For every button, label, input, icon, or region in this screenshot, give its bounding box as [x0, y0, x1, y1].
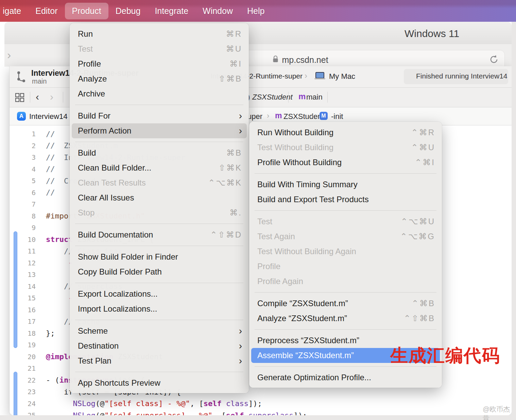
code-text: - — [36, 259, 73, 267]
menu-item-shortcut: ⇧⌘K — [219, 163, 242, 173]
menu-item-label: App Shortcuts Preview — [78, 378, 242, 388]
menu-item-label: Analyze “ZSXStudent.m” — [257, 314, 404, 323]
menu-item-label: Build With Timing Summary — [257, 180, 435, 189]
submenu-item-profile-without-building[interactable]: Profile Without Building⌃⌘I — [251, 155, 440, 170]
menubar-item-window[interactable]: Window — [195, 3, 240, 19]
menu-item-shortcut: ⌃⌥⌘K — [208, 178, 242, 188]
menu-item-clean-build-folder[interactable]: Clean Build Folder...⇧⌘K — [72, 160, 247, 175]
menu-item-test-plan[interactable]: Test Plan› — [72, 353, 247, 368]
line-number: 3 — [10, 153, 36, 161]
submenu-item-test-without-building: Test Without Building⌃⌘U — [251, 140, 440, 155]
submenu-arrow-icon: › — [239, 111, 242, 121]
menu-item-build-documentation[interactable]: Build Documentation⌃⇧⌘D — [72, 227, 247, 242]
lock-icon — [273, 55, 278, 65]
page-edge — [0, 415, 516, 420]
menu-item-destination[interactable]: Destination› — [72, 338, 247, 353]
menu-item-import-localizations[interactable]: Import Localizations... — [72, 301, 247, 316]
menubar-item-debug[interactable]: Debug — [108, 3, 148, 19]
menu-item-label: Test Again — [257, 232, 400, 241]
menu-separator — [75, 224, 243, 224]
menubar-item-help[interactable]: Help — [240, 3, 272, 19]
submenu-item-run-without-building[interactable]: Run Without Building⌃⌘R — [251, 125, 440, 140]
menu-item-label: Archive — [78, 89, 242, 99]
submenu-arrow-icon: › — [239, 341, 242, 351]
jumpbar-symbol[interactable]: -init — [331, 112, 343, 121]
menu-item-test: Test⌘U — [72, 41, 247, 56]
submenu-item-analyze-zsxstudent-m[interactable]: Analyze “ZSXStudent.m”⌃⇧⌘B — [251, 311, 440, 326]
menu-item-label: Copy Build Folder Path — [78, 267, 242, 277]
menu-item-shortcut: ⌘I — [229, 59, 242, 69]
submenu-item-profile: Profile — [251, 259, 440, 274]
laptop-icon — [314, 72, 326, 82]
menu-item-label: Show Build Folder in Finder — [78, 252, 242, 262]
menu-item-label: Test Without Building Again — [257, 247, 435, 256]
method-badge-icon: M — [320, 112, 328, 120]
menu-item-profile[interactable]: Profile⌘I — [72, 56, 247, 71]
page-edge — [512, 22, 516, 420]
jumpbar-path-fragment[interactable]: uper — [247, 112, 262, 121]
menubar-item-product[interactable]: Product — [65, 3, 108, 19]
jumpbar-project[interactable]: Interview14 — [29, 112, 68, 121]
submenu-item-generate-optimization-profile[interactable]: Generate Optimization Profile... — [251, 370, 440, 385]
run-destination[interactable]: My Mac — [329, 72, 355, 81]
menubar: igateEditorProductDebugIntegrateWindowHe… — [0, 0, 516, 22]
submenu-item-build-and-export-test-products[interactable]: Build and Export Test Products — [251, 192, 440, 207]
product-menu: Run⌘RTest⌘UProfile⌘IAnalyze⇧⌘BArchiveBui… — [70, 23, 249, 393]
menubar-item-editor[interactable]: Editor — [28, 3, 65, 19]
tab-main[interactable]: main — [306, 93, 323, 102]
menu-separator — [75, 142, 243, 142]
submenu-item-compile-zsxstudent-m[interactable]: Compile “ZSXStudent.m”⌃⌘B — [251, 296, 440, 311]
menu-item-perform-action[interactable]: Perform Action› — [72, 123, 247, 138]
menu-item-clean-test-results: Clean Test Results⌃⌥⌘K — [72, 175, 247, 190]
menu-separator — [75, 320, 243, 320]
menu-item-show-build-folder-in-finder[interactable]: Show Build Folder in Finder — [72, 249, 247, 264]
menu-item-scheme[interactable]: Scheme› — [72, 323, 247, 338]
line-number: 25 — [10, 411, 36, 415]
menu-item-shortcut: ⌃⌘U — [411, 143, 435, 152]
code-text: NSLog(@"[self superclass] - %@", [self s… — [36, 411, 307, 415]
submenu-item-test: Test⌃⌥⌘U — [251, 214, 440, 229]
refresh-icon[interactable] — [489, 54, 499, 66]
menu-item-shortcut: ⌘. — [229, 208, 242, 217]
back-chevron-icon[interactable]: ‹ — [36, 91, 39, 103]
tab-zsxstudent[interactable]: ZSXStudent — [252, 93, 293, 102]
code-text: // — [36, 188, 55, 197]
related-items-grid-icon[interactable] — [15, 93, 24, 104]
menu-item-label: Build and Export Test Products — [257, 195, 435, 204]
menubar-item-integrate[interactable]: Integrate — [148, 3, 195, 19]
submenu-arrow-icon: › — [239, 126, 242, 136]
menu-item-label: Profile — [257, 262, 435, 271]
jumpbar-file[interactable]: ZSXStudent — [283, 112, 324, 121]
menu-item-copy-build-folder-path[interactable]: Copy Build Folder Path — [72, 264, 247, 279]
menubar-item-igate[interactable]: igate — [0, 3, 28, 19]
menu-item-run[interactable]: Run⌘R — [72, 27, 247, 41]
line-number: 4 — [10, 165, 36, 173]
menu-item-archive[interactable]: Archive — [72, 86, 247, 101]
menu-item-shortcut: ⌃⌘R — [411, 128, 435, 137]
line-number: 2 — [10, 142, 36, 150]
menu-item-export-localizations[interactable]: Export Localizations... — [72, 286, 247, 301]
submenu-arrow-icon: › — [239, 356, 242, 366]
menu-item-build-for[interactable]: Build For› — [72, 108, 247, 123]
menu-item-build[interactable]: Build⌘B — [72, 145, 247, 160]
submenu-arrow-icon: › — [239, 326, 242, 336]
objc-file-icon: m — [275, 111, 282, 120]
submenu-item-build-with-timing-summary[interactable]: Build With Timing Summary — [251, 177, 440, 192]
forward-chevron-icon[interactable]: › — [7, 48, 11, 62]
line-number: 22 — [10, 376, 36, 384]
menu-item-analyze[interactable]: Analyze⇧⌘B — [72, 71, 247, 86]
line-number: 13 — [10, 270, 36, 279]
line-number: 20 — [10, 353, 36, 361]
menu-item-clear-all-issues[interactable]: Clear All Issues — [72, 190, 247, 205]
menu-item-app-shortcuts-preview[interactable]: App Shortcuts Preview — [72, 375, 247, 390]
code-text: // — [36, 130, 55, 138]
line-number: 10 — [10, 235, 36, 244]
code-line: 25 NSLog(@"[self superclass] - %@", [sel… — [10, 409, 512, 415]
code-text: - — [36, 294, 73, 302]
forward-chevron-icon[interactable]: › — [50, 91, 53, 103]
menu-item-shortcut: ⌘R — [226, 29, 242, 39]
menu-item-label: Clean Build Folder... — [78, 163, 219, 173]
submenu-item-test-without-building-again: Test Without Building Again — [251, 244, 440, 259]
url-text: mp.csdn.net — [282, 55, 328, 65]
menu-item-label: Test — [257, 217, 401, 226]
